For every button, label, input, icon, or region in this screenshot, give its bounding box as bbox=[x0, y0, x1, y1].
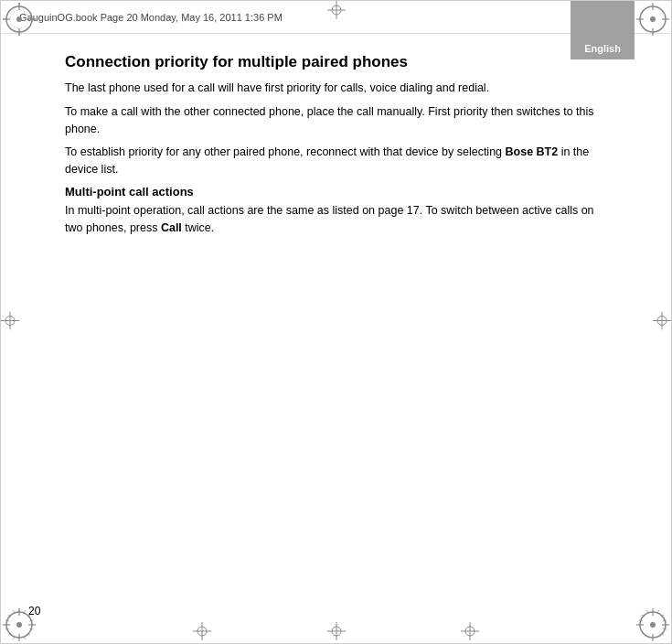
crosshair-bottom bbox=[327, 622, 346, 643]
crosshair-top bbox=[327, 1, 346, 22]
sub-heading: Multi-point call actions bbox=[65, 185, 607, 199]
svg-line-29 bbox=[5, 620, 9, 621]
svg-point-14 bbox=[16, 622, 22, 628]
main-heading: Connection priority for multiple paired … bbox=[65, 52, 607, 72]
call-bold: Call bbox=[161, 221, 182, 234]
corner-mark-tr bbox=[636, 3, 669, 36]
paragraph-1: The last phone used for a call will have… bbox=[65, 80, 607, 97]
page-container: GauguinOG.book Page 20 Monday, May 16, 2… bbox=[0, 0, 672, 644]
svg-line-45 bbox=[639, 620, 643, 621]
crosshair-left bbox=[1, 312, 19, 333]
svg-line-22 bbox=[29, 620, 33, 621]
sub-paragraph: In multi-point operation, call actions a… bbox=[65, 202, 607, 237]
corner-mark-br bbox=[636, 608, 669, 641]
page-number: 20 bbox=[28, 605, 40, 617]
bose-bt2-bold: Bose BT2 bbox=[506, 145, 559, 158]
crosshair-bottom-right bbox=[461, 622, 479, 643]
crosshair-bottom-left bbox=[193, 622, 211, 643]
english-tab-label: English bbox=[584, 43, 621, 54]
crosshair-right bbox=[653, 312, 671, 333]
svg-point-1 bbox=[16, 16, 22, 22]
svg-line-28 bbox=[5, 628, 9, 629]
svg-line-41 bbox=[663, 628, 667, 629]
svg-line-23 bbox=[29, 628, 33, 629]
content-area: Connection priority for multiple paired … bbox=[56, 34, 616, 588]
corner-mark-tl bbox=[3, 3, 36, 36]
svg-line-40 bbox=[663, 620, 667, 621]
paragraph-3: To establish priority for any other pair… bbox=[65, 144, 607, 178]
header-meta: GauguinOG.book Page 20 Monday, May 16, 2… bbox=[10, 12, 283, 23]
paragraph-2: To make a call with the other connected … bbox=[65, 103, 607, 138]
english-tab: English bbox=[571, 1, 635, 59]
svg-point-33 bbox=[650, 622, 656, 628]
svg-point-8 bbox=[650, 16, 656, 22]
